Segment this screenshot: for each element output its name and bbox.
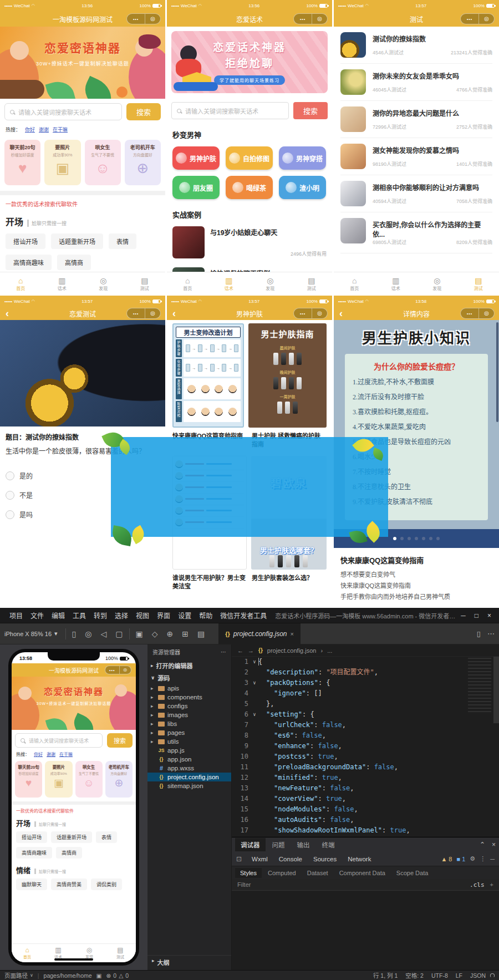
devtools-panel-tab[interactable]: Network bbox=[343, 854, 375, 864]
code-line[interactable]: 17"showShadowRootInWxmlPanel": true, bbox=[232, 825, 499, 836]
gear-icon[interactable]: ⚙ bbox=[470, 855, 475, 862]
tabbar-item[interactable]: ▤ 测试 bbox=[124, 272, 166, 296]
inspector-subtab[interactable]: Computed bbox=[263, 868, 301, 878]
tag-pill[interactable]: 调侃类别 bbox=[91, 879, 122, 890]
debugger-tab[interactable]: 终端 bbox=[317, 838, 340, 851]
search-button[interactable]: 搜索 bbox=[126, 103, 161, 120]
editor-tab[interactable]: {} project.config.json × bbox=[218, 623, 301, 644]
remote-debug-icon[interactable]: ▢ bbox=[113, 629, 125, 638]
quick-action-button[interactable]: 渣小明 bbox=[279, 176, 326, 199]
search-input[interactable]: 请输入关键词搜索聊天话术 bbox=[171, 102, 289, 119]
more-options-icon[interactable]: ⋯ bbox=[487, 629, 495, 638]
search-input[interactable]: 请输入关键词搜索聊天话术 bbox=[4, 103, 122, 120]
radio-icon[interactable] bbox=[6, 491, 14, 500]
close-target-icon[interactable]: ◎ bbox=[478, 308, 494, 318]
inspect-element-icon[interactable]: ⊡ bbox=[236, 855, 245, 863]
file-tree-item[interactable]: {} sitemap.json bbox=[147, 781, 231, 790]
carousel-dot[interactable] bbox=[429, 537, 432, 540]
back-icon[interactable]: ‹ bbox=[6, 308, 9, 319]
carousel-dot[interactable] bbox=[436, 537, 440, 540]
breadcrumb-file[interactable]: project.config.json bbox=[267, 647, 317, 654]
inspector-subtab[interactable]: Component Data bbox=[334, 868, 390, 878]
tabbar-item[interactable]: ▤ 测试 bbox=[458, 272, 499, 296]
scrollbar[interactable] bbox=[496, 322, 498, 422]
carousel-dot[interactable] bbox=[393, 537, 396, 540]
tabbar-item[interactable]: ⌂ 首页 bbox=[167, 272, 208, 296]
project-section[interactable]: ∨源码 bbox=[147, 672, 231, 684]
debugger-tab[interactable]: 输出 bbox=[292, 838, 315, 851]
category-card[interactable]: 聊天前20句 秒增加好感度 ♥ bbox=[4, 140, 40, 185]
close-target-icon[interactable]: ◎ bbox=[478, 14, 494, 24]
radio-icon[interactable] bbox=[6, 510, 14, 519]
carousel-dot[interactable] bbox=[422, 537, 425, 540]
hot-search-link[interactable]: 在干嘛 bbox=[59, 751, 73, 757]
code-line[interactable]: 16"autoAudits": false, bbox=[232, 815, 499, 825]
tag-pill[interactable]: 幽默聊天 bbox=[16, 879, 47, 890]
menu-item[interactable]: 编辑 bbox=[48, 611, 69, 620]
menu-item[interactable]: 微信开发者工具 bbox=[216, 611, 271, 620]
menu-item[interactable]: 视图 bbox=[132, 611, 153, 620]
more-icon[interactable]: ••• bbox=[294, 312, 312, 316]
kebab-menu-icon[interactable]: ⋮ bbox=[480, 855, 486, 862]
file-tree-item[interactable]: ▸ components bbox=[147, 693, 231, 702]
search-button[interactable]: 搜索 bbox=[293, 102, 328, 119]
code-line[interactable]: 12"minified": true, bbox=[232, 773, 499, 783]
devtools-panel-tab[interactable]: Wxml bbox=[247, 854, 272, 864]
menu-item[interactable]: 转到 bbox=[90, 611, 111, 620]
tag-pill[interactable]: 表情 bbox=[96, 831, 117, 843]
statusbar-segment[interactable]: 行 1, 列 1 bbox=[373, 971, 398, 979]
tab-close-icon[interactable]: × bbox=[291, 631, 294, 637]
code-line[interactable]: 9"enhance": false, bbox=[232, 741, 499, 751]
miniprogram-capsule[interactable]: •••◎ bbox=[105, 666, 131, 674]
radio-icon[interactable] bbox=[6, 471, 14, 480]
code-line[interactable]: 5}, bbox=[232, 699, 499, 709]
hot-search-link[interactable]: 在干嘛 bbox=[53, 126, 68, 133]
category-card[interactable]: 哄女生 生气了不要慌 ☺ bbox=[75, 761, 103, 798]
miniprogram-capsule[interactable]: ••• ◎ bbox=[126, 13, 161, 24]
hero-banner[interactable]: 恋爱话术神器 拒绝尬聊 学了就能用的聊天场景练习 bbox=[171, 31, 328, 93]
debugger-tab[interactable]: 调试器 bbox=[235, 838, 266, 851]
clear-cache-icon[interactable]: ▣ bbox=[133, 629, 146, 638]
category-card[interactable]: 要照片 成功率90% ▣ bbox=[45, 761, 72, 798]
more-icon[interactable]: ••• bbox=[127, 17, 145, 21]
quick-action-button[interactable]: 男神穿搭 bbox=[279, 146, 326, 170]
category-card[interactable]: 哄女生 生气了不要慌 ☺ bbox=[85, 140, 121, 185]
close-button[interactable]: × bbox=[487, 612, 491, 620]
close-target-icon[interactable]: ◎ bbox=[145, 14, 160, 24]
simulator-toggle-icon[interactable]: ▯ bbox=[69, 629, 79, 638]
device-selector[interactable]: iPhone X 85% 16▾ bbox=[4, 630, 62, 637]
dock-icon[interactable]: ─ bbox=[490, 856, 495, 862]
breadcrumb-more[interactable]: ... bbox=[327, 647, 332, 654]
file-tree-item[interactable]: ▸ images bbox=[147, 710, 231, 719]
file-tree-item[interactable]: {} app.json bbox=[147, 755, 231, 764]
card-caption[interactable]: 男生护肤套装怎么选？ bbox=[252, 574, 327, 591]
miniprogram-capsule[interactable]: •••◎ bbox=[293, 13, 328, 24]
details-grid-icon[interactable]: ⊞ bbox=[179, 629, 191, 638]
code-line[interactable]: 2"description": "项目配置文件", bbox=[232, 667, 499, 678]
carousel-dot[interactable] bbox=[400, 537, 404, 540]
close-icon[interactable]: × bbox=[492, 841, 496, 849]
compile-icon[interactable]: ◎ bbox=[82, 629, 94, 638]
infographic-card[interactable]: 男士变帅改造计划 护肤步骤 →→→→ 化妆步骤 →→→→ 发型选择 脸型对照 bbox=[172, 323, 244, 428]
tag-pill[interactable]: 高情商趣味 bbox=[16, 847, 52, 859]
hero-banner[interactable]: 恋爱密语神器 30W+撩妹话术一键复制解决尬聊话题 bbox=[12, 677, 136, 730]
code-line[interactable]: 1∨{ bbox=[232, 657, 499, 667]
minimap[interactable] bbox=[468, 658, 491, 713]
file-tree-item[interactable]: {} project.config.json bbox=[147, 773, 231, 781]
tag-pill[interactable]: 话题重新开场 bbox=[51, 233, 103, 249]
skincare-guide-card[interactable]: 男士护肤指南 晨间护肤 晚间护肤 一周护肤 bbox=[248, 323, 327, 428]
card-caption[interactable]: 谁说男生不用护肤？男士变美法宝 bbox=[172, 574, 247, 591]
quick-action-button[interactable]: 男神护肤 bbox=[172, 146, 220, 170]
test-list-item[interactable]: 测女神能发现你的爱慕之情吗 98190人测试过 1401人觉得准确 bbox=[340, 138, 492, 175]
more-icon[interactable]: ••• bbox=[461, 17, 478, 21]
tabbar-item[interactable]: ▤ 测试 bbox=[105, 944, 136, 962]
miniprogram-capsule[interactable]: •••◎ bbox=[126, 308, 161, 319]
maximize-button[interactable]: □ bbox=[475, 612, 478, 620]
statusbar-segment[interactable]: 空格: 2 bbox=[405, 971, 424, 979]
code-line[interactable]: 10"postcss": true, bbox=[232, 751, 499, 762]
code-line[interactable]: 4"ignore": [] bbox=[232, 688, 499, 699]
statusbar-segment[interactable]: UTF-8 bbox=[431, 972, 448, 979]
tabbar-item[interactable]: ▥ 话术 bbox=[42, 272, 83, 296]
more-icon[interactable]: ••• bbox=[127, 312, 145, 316]
menu-item[interactable]: 文件 bbox=[27, 611, 48, 620]
